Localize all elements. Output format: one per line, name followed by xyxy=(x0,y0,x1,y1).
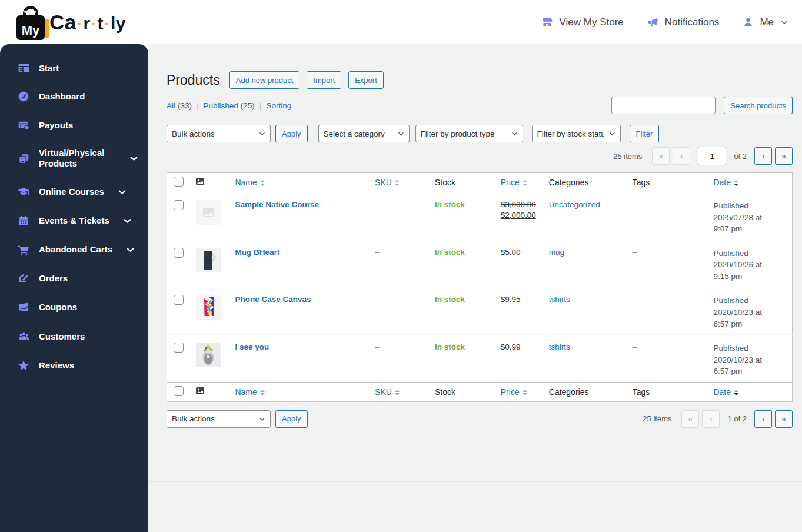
orders-icon xyxy=(17,272,30,284)
chevron-down-icon xyxy=(124,218,131,224)
column-header-price[interactable]: Price xyxy=(495,173,543,192)
column-header-sku[interactable]: SKU xyxy=(369,173,429,192)
select-all-checkbox[interactable] xyxy=(174,177,184,187)
view-my-store-link[interactable]: View My Store xyxy=(541,16,623,28)
view-my-store-label: View My Store xyxy=(559,16,623,28)
product-thumbnail[interactable] xyxy=(196,200,221,225)
filter-link-all[interactable]: All xyxy=(167,101,175,110)
product-thumbnail[interactable] xyxy=(196,248,221,272)
sidebar-item-label: Events & Tickets xyxy=(39,215,109,226)
pagination-top: 25 items « ‹ of 2 › » xyxy=(167,147,793,165)
search-products-button[interactable]: Search products xyxy=(724,97,793,114)
category-link[interactable]: Uncategorized xyxy=(549,200,600,209)
search-box: Search products xyxy=(611,97,793,114)
logo-ly: ly xyxy=(111,14,126,34)
search-input[interactable] xyxy=(611,97,716,114)
chevron-down-icon xyxy=(127,247,134,252)
notifications-link[interactable]: Notifications xyxy=(647,16,720,28)
product-name-link[interactable]: I see you xyxy=(235,343,269,351)
tags-value: – xyxy=(633,248,637,257)
column-header-sku[interactable]: SKU xyxy=(369,382,429,401)
apply-button[interactable]: Apply xyxy=(275,125,308,142)
logo-ca: Ca xyxy=(49,11,76,34)
sidebar-item-customers[interactable]: Customers xyxy=(0,322,148,351)
publish-date: 2020/10/26 at 9:15 pm xyxy=(713,259,779,282)
publish-date: 2020/10/23 at 6:57 pm xyxy=(713,307,779,330)
last-page-button[interactable]: » xyxy=(775,410,793,428)
sidebar-item-payouts[interactable]: Payouts xyxy=(0,111,148,139)
sidebar-item-events-tickets[interactable]: Events & Tickets xyxy=(0,207,148,235)
sidebar-item-orders[interactable]: Orders xyxy=(0,264,148,292)
view-filter-links: All (33) | Published (25) | Sorting xyxy=(167,101,291,110)
brand-logo[interactable]: My Ca·r·t·ly xyxy=(14,5,126,40)
apply-button-bottom[interactable]: Apply xyxy=(275,410,308,428)
product-name-link[interactable]: Phone Case Canvas xyxy=(235,295,311,304)
filter-link-sorting[interactable]: Sorting xyxy=(266,101,291,110)
sidebar-item-online-courses[interactable]: Online Courses xyxy=(0,177,148,207)
next-page-button[interactable]: › xyxy=(754,410,772,428)
product-type-select[interactable]: Filter by product type xyxy=(415,125,523,142)
logo-r: r xyxy=(84,14,91,34)
sidebar-item-label: Orders xyxy=(39,273,68,284)
sidebar-item-dashboard[interactable]: Dashboard xyxy=(0,82,148,111)
add-new-product-button[interactable]: Add new product xyxy=(229,71,300,89)
product-thumbnail[interactable] xyxy=(196,295,221,320)
sidebar-item-virtual-physical-products[interactable]: Virtual/Physical Products xyxy=(0,139,148,177)
column-header-name[interactable]: Name xyxy=(229,382,369,401)
category-link[interactable]: tshirts xyxy=(549,343,570,351)
sort-arrows-icon xyxy=(395,180,400,186)
sidebar-item-label: Online Courses xyxy=(39,187,104,197)
filter-link-published[interactable]: Published xyxy=(204,101,238,110)
column-header-categories: Categories xyxy=(543,173,627,192)
column-header-stock: Stock xyxy=(429,173,495,192)
column-header-categories: Categories xyxy=(543,382,627,401)
row-checkbox[interactable] xyxy=(174,295,184,305)
sidebar-item-reviews[interactable]: Reviews xyxy=(0,351,148,380)
export-button[interactable]: Export xyxy=(348,71,384,89)
bulk-actions-select[interactable]: Bulk actions xyxy=(167,125,271,142)
product-thumbnail[interactable] xyxy=(196,343,221,367)
sidebar-item-start[interactable]: Start xyxy=(0,54,148,82)
column-header-tags: Tags xyxy=(627,382,708,401)
image-column-header xyxy=(190,173,229,192)
sidebar-item-abandoned-carts[interactable]: Abandoned Carts xyxy=(0,235,148,264)
column-header-name[interactable]: Name xyxy=(229,173,369,192)
date-cell: Published 2020/10/23 at 6:57 pm xyxy=(713,343,779,377)
filter-button[interactable]: Filter xyxy=(630,125,660,142)
column-header-stock: Stock xyxy=(429,382,495,401)
product-name-link[interactable]: Mug BHeart xyxy=(235,248,279,257)
stock-status-select[interactable]: Filter by stock status xyxy=(532,125,621,142)
all-count: (33) xyxy=(178,101,192,110)
import-button[interactable]: Import xyxy=(307,71,341,89)
row-checkbox[interactable] xyxy=(174,200,184,210)
category-link[interactable]: tshirts xyxy=(549,295,570,304)
date-cell: Published 2020/10/26 at 9:15 pm xyxy=(713,248,779,282)
product-name-link[interactable]: Sample Native Course xyxy=(235,200,319,209)
current-page-input[interactable] xyxy=(698,147,726,165)
bottom-actions-row: Bulk actions Apply 25 items « ‹ 1 of 2 ›… xyxy=(167,410,793,428)
tags-value: – xyxy=(633,295,637,304)
sidebar-item-coupons[interactable]: Coupons xyxy=(0,292,148,322)
customers-icon xyxy=(17,330,30,343)
column-header-date[interactable]: Date xyxy=(707,173,792,192)
chevron-down-icon xyxy=(781,20,788,25)
row-checkbox[interactable] xyxy=(174,343,184,353)
select-all-checkbox[interactable] xyxy=(174,386,184,396)
me-menu[interactable]: Me xyxy=(743,16,788,28)
next-page-button[interactable]: › xyxy=(754,147,772,165)
column-header-date[interactable]: Date xyxy=(707,382,792,401)
subnav-row: All (33) | Published (25) | Sorting Sear… xyxy=(167,97,793,114)
category-select[interactable]: Select a category xyxy=(318,125,410,142)
sku-value: – xyxy=(375,248,380,257)
bulk-actions-select-bottom[interactable]: Bulk actions xyxy=(167,410,271,428)
page-title: Products xyxy=(167,72,220,88)
prev-page-button: ‹ xyxy=(673,147,690,165)
last-page-button[interactable]: » xyxy=(775,147,793,165)
row-checkbox[interactable] xyxy=(174,248,184,258)
column-header-tags: Tags xyxy=(627,173,708,192)
sku-value: – xyxy=(375,295,380,304)
column-header-price[interactable]: Price xyxy=(495,382,543,401)
table-row: I see you – In stock $0.99 tshirts – Pub… xyxy=(167,335,793,383)
sidebar-item-label: Reviews xyxy=(39,360,74,371)
category-link[interactable]: mug xyxy=(549,248,564,257)
